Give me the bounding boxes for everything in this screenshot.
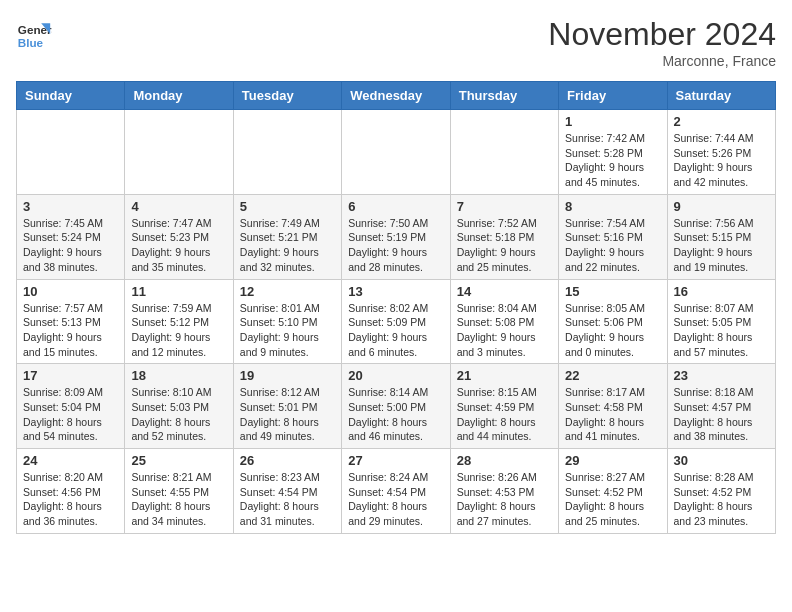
day-number: 30: [674, 453, 769, 468]
calendar-cell: 2Sunrise: 7:44 AM Sunset: 5:26 PM Daylig…: [667, 110, 775, 195]
header-sunday: Sunday: [17, 82, 125, 110]
calendar-cell: 15Sunrise: 8:05 AM Sunset: 5:06 PM Dayli…: [559, 279, 667, 364]
day-info: Sunrise: 8:23 AM Sunset: 4:54 PM Dayligh…: [240, 470, 335, 529]
day-number: 3: [23, 199, 118, 214]
calendar-cell: 27Sunrise: 8:24 AM Sunset: 4:54 PM Dayli…: [342, 449, 450, 534]
day-info: Sunrise: 7:49 AM Sunset: 5:21 PM Dayligh…: [240, 216, 335, 275]
day-number: 25: [131, 453, 226, 468]
calendar-cell: 10Sunrise: 7:57 AM Sunset: 5:13 PM Dayli…: [17, 279, 125, 364]
day-number: 7: [457, 199, 552, 214]
day-info: Sunrise: 7:56 AM Sunset: 5:15 PM Dayligh…: [674, 216, 769, 275]
calendar-week-4: 17Sunrise: 8:09 AM Sunset: 5:04 PM Dayli…: [17, 364, 776, 449]
calendar-cell: 13Sunrise: 8:02 AM Sunset: 5:09 PM Dayli…: [342, 279, 450, 364]
day-number: 6: [348, 199, 443, 214]
day-info: Sunrise: 7:44 AM Sunset: 5:26 PM Dayligh…: [674, 131, 769, 190]
calendar-cell: 24Sunrise: 8:20 AM Sunset: 4:56 PM Dayli…: [17, 449, 125, 534]
day-info: Sunrise: 8:15 AM Sunset: 4:59 PM Dayligh…: [457, 385, 552, 444]
calendar-cell: 1Sunrise: 7:42 AM Sunset: 5:28 PM Daylig…: [559, 110, 667, 195]
day-number: 24: [23, 453, 118, 468]
calendar-cell: 29Sunrise: 8:27 AM Sunset: 4:52 PM Dayli…: [559, 449, 667, 534]
day-info: Sunrise: 8:12 AM Sunset: 5:01 PM Dayligh…: [240, 385, 335, 444]
day-info: Sunrise: 8:26 AM Sunset: 4:53 PM Dayligh…: [457, 470, 552, 529]
day-info: Sunrise: 8:14 AM Sunset: 5:00 PM Dayligh…: [348, 385, 443, 444]
day-info: Sunrise: 8:05 AM Sunset: 5:06 PM Dayligh…: [565, 301, 660, 360]
header-monday: Monday: [125, 82, 233, 110]
day-info: Sunrise: 7:54 AM Sunset: 5:16 PM Dayligh…: [565, 216, 660, 275]
calendar-week-5: 24Sunrise: 8:20 AM Sunset: 4:56 PM Dayli…: [17, 449, 776, 534]
calendar-cell: 26Sunrise: 8:23 AM Sunset: 4:54 PM Dayli…: [233, 449, 341, 534]
day-number: 8: [565, 199, 660, 214]
logo: General Blue: [16, 16, 52, 52]
calendar-cell: 9Sunrise: 7:56 AM Sunset: 5:15 PM Daylig…: [667, 194, 775, 279]
day-number: 23: [674, 368, 769, 383]
day-info: Sunrise: 7:59 AM Sunset: 5:12 PM Dayligh…: [131, 301, 226, 360]
svg-text:Blue: Blue: [18, 36, 44, 49]
logo-icon: General Blue: [16, 16, 52, 52]
calendar-cell: 19Sunrise: 8:12 AM Sunset: 5:01 PM Dayli…: [233, 364, 341, 449]
day-number: 15: [565, 284, 660, 299]
calendar-cell: 17Sunrise: 8:09 AM Sunset: 5:04 PM Dayli…: [17, 364, 125, 449]
day-number: 28: [457, 453, 552, 468]
day-info: Sunrise: 8:18 AM Sunset: 4:57 PM Dayligh…: [674, 385, 769, 444]
day-info: Sunrise: 7:47 AM Sunset: 5:23 PM Dayligh…: [131, 216, 226, 275]
day-info: Sunrise: 8:09 AM Sunset: 5:04 PM Dayligh…: [23, 385, 118, 444]
calendar-week-2: 3Sunrise: 7:45 AM Sunset: 5:24 PM Daylig…: [17, 194, 776, 279]
calendar-cell: 30Sunrise: 8:28 AM Sunset: 4:52 PM Dayli…: [667, 449, 775, 534]
header: General Blue November 2024 Marconne, Fra…: [16, 16, 776, 69]
day-number: 13: [348, 284, 443, 299]
calendar-cell: 20Sunrise: 8:14 AM Sunset: 5:00 PM Dayli…: [342, 364, 450, 449]
calendar-header-row: SundayMondayTuesdayWednesdayThursdayFrid…: [17, 82, 776, 110]
calendar-cell: 6Sunrise: 7:50 AM Sunset: 5:19 PM Daylig…: [342, 194, 450, 279]
day-info: Sunrise: 8:17 AM Sunset: 4:58 PM Dayligh…: [565, 385, 660, 444]
calendar-cell: 21Sunrise: 8:15 AM Sunset: 4:59 PM Dayli…: [450, 364, 558, 449]
day-info: Sunrise: 8:21 AM Sunset: 4:55 PM Dayligh…: [131, 470, 226, 529]
calendar-cell: 14Sunrise: 8:04 AM Sunset: 5:08 PM Dayli…: [450, 279, 558, 364]
day-number: 16: [674, 284, 769, 299]
day-number: 14: [457, 284, 552, 299]
calendar-cell: 11Sunrise: 7:59 AM Sunset: 5:12 PM Dayli…: [125, 279, 233, 364]
day-info: Sunrise: 8:02 AM Sunset: 5:09 PM Dayligh…: [348, 301, 443, 360]
calendar-cell: 8Sunrise: 7:54 AM Sunset: 5:16 PM Daylig…: [559, 194, 667, 279]
header-tuesday: Tuesday: [233, 82, 341, 110]
calendar-cell: [17, 110, 125, 195]
calendar-cell: 12Sunrise: 8:01 AM Sunset: 5:10 PM Dayli…: [233, 279, 341, 364]
day-number: 17: [23, 368, 118, 383]
day-number: 20: [348, 368, 443, 383]
calendar-week-3: 10Sunrise: 7:57 AM Sunset: 5:13 PM Dayli…: [17, 279, 776, 364]
calendar-cell: 3Sunrise: 7:45 AM Sunset: 5:24 PM Daylig…: [17, 194, 125, 279]
day-info: Sunrise: 8:01 AM Sunset: 5:10 PM Dayligh…: [240, 301, 335, 360]
day-number: 26: [240, 453, 335, 468]
day-info: Sunrise: 8:07 AM Sunset: 5:05 PM Dayligh…: [674, 301, 769, 360]
day-number: 27: [348, 453, 443, 468]
header-thursday: Thursday: [450, 82, 558, 110]
day-number: 1: [565, 114, 660, 129]
calendar-cell: 16Sunrise: 8:07 AM Sunset: 5:05 PM Dayli…: [667, 279, 775, 364]
day-number: 12: [240, 284, 335, 299]
day-info: Sunrise: 7:57 AM Sunset: 5:13 PM Dayligh…: [23, 301, 118, 360]
title-area: November 2024 Marconne, France: [548, 16, 776, 69]
day-number: 19: [240, 368, 335, 383]
calendar-cell: 4Sunrise: 7:47 AM Sunset: 5:23 PM Daylig…: [125, 194, 233, 279]
day-number: 9: [674, 199, 769, 214]
month-title: November 2024: [548, 16, 776, 53]
calendar-cell: 18Sunrise: 8:10 AM Sunset: 5:03 PM Dayli…: [125, 364, 233, 449]
day-info: Sunrise: 7:50 AM Sunset: 5:19 PM Dayligh…: [348, 216, 443, 275]
day-number: 29: [565, 453, 660, 468]
day-info: Sunrise: 8:24 AM Sunset: 4:54 PM Dayligh…: [348, 470, 443, 529]
calendar-cell: 22Sunrise: 8:17 AM Sunset: 4:58 PM Dayli…: [559, 364, 667, 449]
day-number: 10: [23, 284, 118, 299]
header-saturday: Saturday: [667, 82, 775, 110]
location: Marconne, France: [548, 53, 776, 69]
calendar-cell: 28Sunrise: 8:26 AM Sunset: 4:53 PM Dayli…: [450, 449, 558, 534]
day-number: 22: [565, 368, 660, 383]
header-wednesday: Wednesday: [342, 82, 450, 110]
day-info: Sunrise: 8:04 AM Sunset: 5:08 PM Dayligh…: [457, 301, 552, 360]
calendar-cell: [450, 110, 558, 195]
header-friday: Friday: [559, 82, 667, 110]
day-info: Sunrise: 7:42 AM Sunset: 5:28 PM Dayligh…: [565, 131, 660, 190]
day-info: Sunrise: 8:20 AM Sunset: 4:56 PM Dayligh…: [23, 470, 118, 529]
calendar-cell: 25Sunrise: 8:21 AM Sunset: 4:55 PM Dayli…: [125, 449, 233, 534]
day-info: Sunrise: 7:52 AM Sunset: 5:18 PM Dayligh…: [457, 216, 552, 275]
day-number: 18: [131, 368, 226, 383]
day-info: Sunrise: 8:28 AM Sunset: 4:52 PM Dayligh…: [674, 470, 769, 529]
